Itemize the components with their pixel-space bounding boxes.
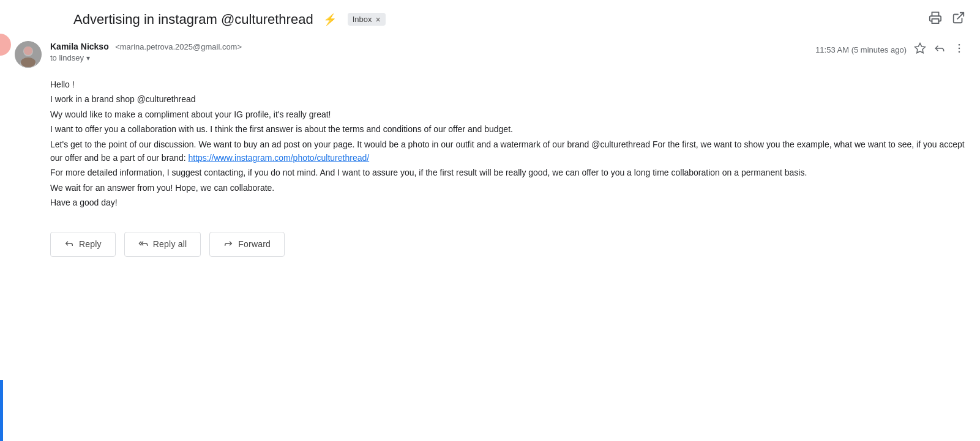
reply-button-label: Reply [79,239,102,249]
inbox-tag[interactable]: Inbox × [348,13,386,26]
body-line-7: We wait for an answer from you! Hope, we… [50,181,965,195]
forward-button[interactable]: Forward [209,232,285,257]
body-line-2: I work in a brand shop @culturethread [50,92,965,106]
body-line-3: Wy would like to make a compliment about… [50,108,965,121]
forward-btn-icon [223,239,233,250]
sender-name-line: Kamila Nickso <marina.petrova.2025@gmail… [50,41,807,52]
sender-avatar [15,41,42,68]
open-external-icon[interactable] [952,11,965,28]
email-body: Hello ! I work in a brand shop @culturet… [0,73,980,221]
instagram-link[interactable]: https://www.instagram.com/photo/culturet… [188,153,369,163]
action-buttons: Reply Reply all Forward [0,221,980,268]
body-line-4: I want to offer you a collaboration with… [50,122,965,136]
inbox-tag-close[interactable]: × [375,15,380,24]
reply-all-btn-icon [138,239,148,250]
reply-all-button-label: Reply all [153,239,187,249]
to-chevron-icon[interactable]: ▾ [86,54,90,62]
bolt-icon: ⚡ [323,13,337,26]
top-right-icons [929,11,965,28]
reply-button[interactable]: Reply [50,232,116,257]
svg-point-5 [24,46,32,55]
star-icon[interactable] [914,42,926,57]
email-subject: Advertising in instagram @culturethread [73,12,313,28]
forward-button-label: Forward [238,239,271,249]
to-label: to lindsey [50,53,84,62]
subject-bar: Advertising in instagram @culturethread … [0,0,980,34]
reply-icon[interactable] [933,42,946,57]
svg-point-10 [959,51,960,53]
blue-bar-indicator [0,380,3,441]
svg-marker-7 [915,43,926,53]
email-meta: 11:53 AM (5 minutes ago) [815,41,965,57]
svg-point-6 [21,57,36,67]
email-timestamp: 11:53 AM (5 minutes ago) [815,45,907,54]
reply-btn-icon [64,239,74,250]
sender-email: <marina.petrova.2025@gmail.com> [115,42,242,51]
body-line-8: Have a good day! [50,196,965,209]
svg-point-8 [959,44,960,46]
body-line-5: Let's get to the point of our discussion… [50,138,965,165]
reply-all-button[interactable]: Reply all [124,232,201,257]
more-options-icon[interactable] [953,42,965,57]
email-header: Kamila Nickso <marina.petrova.2025@gmail… [0,34,980,73]
svg-rect-0 [932,19,939,23]
sender-name: Kamila Nickso [50,42,109,51]
svg-point-9 [959,48,960,50]
inbox-tag-label: Inbox [353,15,372,24]
svg-line-1 [957,13,963,19]
body-line-6: For more detailed information, I suggest… [50,166,965,179]
to-line: to lindsey ▾ [50,53,807,62]
sender-info: Kamila Nickso <marina.petrova.2025@gmail… [50,41,807,62]
body-line-1: Hello ! [50,78,965,91]
print-icon[interactable] [929,11,942,28]
